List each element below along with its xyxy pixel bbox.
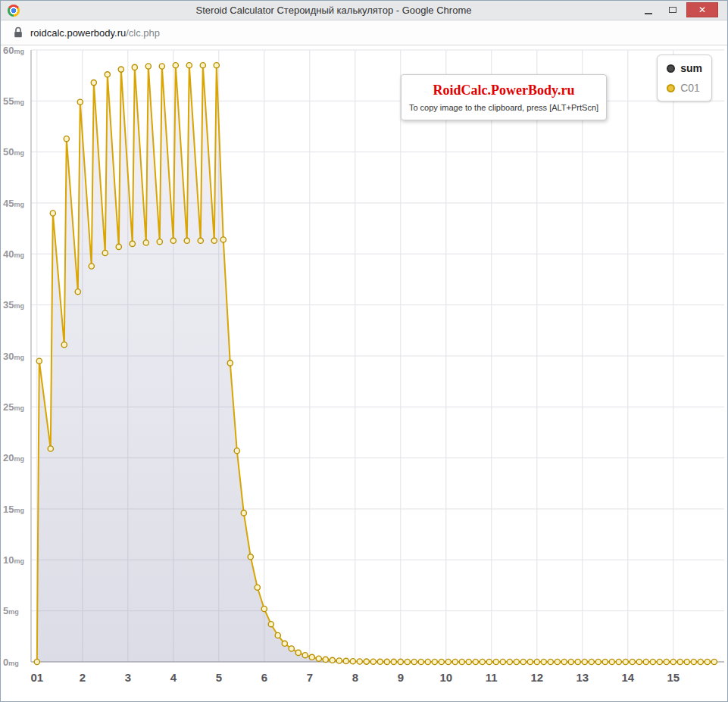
svg-text:50mg: 50mg xyxy=(3,146,24,158)
chrome-icon xyxy=(8,5,20,17)
svg-text:9: 9 xyxy=(398,671,404,684)
x-axis-labels: 0123456789101112131415 xyxy=(30,671,680,684)
svg-text:55mg: 55mg xyxy=(3,95,24,107)
url-bar[interactable]: roidcalc.powerbody.ru/clc.php xyxy=(1,20,727,45)
svg-text:01: 01 xyxy=(30,671,43,684)
svg-text:35mg: 35mg xyxy=(3,299,24,310)
svg-text:0mg: 0mg xyxy=(3,657,19,668)
browser-window: Steroid Calculator Стероидный калькулято… xyxy=(0,0,728,702)
minimize-button[interactable] xyxy=(638,2,659,17)
legend-marker-sum-icon xyxy=(667,64,675,73)
y-axis-labels: 0mg5mg10mg15mg20mg25mg30mg35mg40mg45mg50… xyxy=(3,45,24,668)
svg-text:12: 12 xyxy=(530,671,543,684)
url-domain: roidcalc.powerbody.ru xyxy=(30,27,126,39)
svg-text:11: 11 xyxy=(486,671,498,684)
close-button[interactable]: ✕ xyxy=(686,2,718,17)
window-controls: ✕ xyxy=(638,2,718,17)
watermark-box: RoidCalc.PowerBody.ru To copy image to t… xyxy=(401,74,607,120)
svg-text:15mg: 15mg xyxy=(3,504,24,515)
maximize-button[interactable] xyxy=(662,2,683,17)
svg-text:20mg: 20mg xyxy=(3,452,24,463)
svg-text:4: 4 xyxy=(170,671,177,684)
svg-text:5mg: 5mg xyxy=(3,605,19,616)
legend-item-sum[interactable]: sum xyxy=(667,62,702,74)
url-path: /clc.php xyxy=(126,27,160,39)
svg-text:14: 14 xyxy=(621,671,634,684)
maximize-icon xyxy=(669,7,676,13)
minimize-icon xyxy=(645,13,652,14)
lock-icon[interactable] xyxy=(13,27,23,39)
svg-text:10: 10 xyxy=(439,671,452,684)
svg-text:60mg: 60mg xyxy=(3,45,24,56)
svg-text:3: 3 xyxy=(125,671,131,684)
titlebar[interactable]: Steroid Calculator Стероидный калькулято… xyxy=(1,1,727,20)
svg-text:6: 6 xyxy=(261,671,267,684)
chart-area: 0mg5mg10mg15mg20mg25mg30mg35mg40mg45mg50… xyxy=(1,45,727,701)
svg-text:2: 2 xyxy=(80,671,86,684)
svg-text:45mg: 45mg xyxy=(3,198,24,209)
watermark-subtitle: To copy image to the clipboard, press [A… xyxy=(408,103,600,112)
svg-text:5: 5 xyxy=(216,671,222,684)
svg-text:13: 13 xyxy=(576,671,589,684)
legend-label-C01: C01 xyxy=(680,82,700,94)
legend-item-C01[interactable]: C01 xyxy=(667,82,702,94)
url-text[interactable]: roidcalc.powerbody.ru/clc.php xyxy=(30,27,160,39)
concentration-chart: 0mg5mg10mg15mg20mg25mg30mg35mg40mg45mg50… xyxy=(1,45,728,701)
svg-text:30mg: 30mg xyxy=(3,351,24,362)
svg-text:10mg: 10mg xyxy=(3,554,24,566)
series-area xyxy=(37,65,714,662)
svg-text:40mg: 40mg xyxy=(3,248,24,260)
chart-legend: sumC01 xyxy=(657,55,712,101)
window-title: Steroid Calculator Стероидный калькулято… xyxy=(31,1,636,20)
svg-text:8: 8 xyxy=(352,671,358,684)
watermark-title: RoidCalc.PowerBody.ru xyxy=(408,83,600,98)
svg-text:15: 15 xyxy=(667,671,680,684)
svg-text:7: 7 xyxy=(307,671,313,684)
svg-text:25mg: 25mg xyxy=(3,401,24,413)
legend-label-sum: sum xyxy=(680,62,702,74)
legend-marker-C01-icon xyxy=(667,84,675,92)
